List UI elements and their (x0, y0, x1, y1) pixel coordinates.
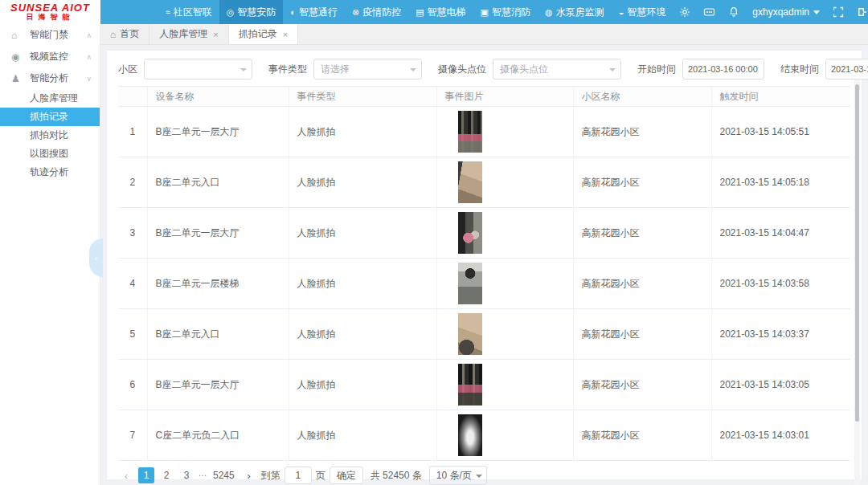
nav-item-label: 疫情防控 (362, 6, 401, 19)
page-button-2[interactable]: 2 (158, 467, 174, 483)
message-icon[interactable] (697, 0, 722, 24)
nav-item-5[interactable]: ▤智慧电梯 (408, 0, 473, 24)
user-menu[interactable]: gxhyxqadmin (746, 0, 826, 24)
close-icon[interactable]: × (283, 30, 288, 39)
column-header-触发时间: 触发时间 (711, 87, 850, 107)
event-snapshot-image[interactable] (458, 414, 482, 456)
tab-label: 抓拍记录 (239, 27, 277, 41)
table-row[interactable]: 1B座二单元一层大厅人脸抓拍高新花园小区2021-03-15 14:05:51 (118, 107, 850, 157)
nav-item-2[interactable]: ◎智慧安防 (219, 0, 284, 24)
event-type-cell: 人脸抓拍 (289, 107, 436, 157)
community-filter-label: 小区 (118, 63, 137, 76)
camera-select[interactable]: 摄像头点位 (493, 59, 621, 79)
chevron-down-icon (609, 68, 616, 71)
event-type-cell: 人脸抓拍 (289, 309, 436, 360)
scrollbar-thumb[interactable] (855, 84, 859, 422)
column-header-index (118, 87, 147, 107)
sidebar-item-抓拍记录[interactable]: 抓拍记录 (0, 108, 100, 126)
notification-bell-icon[interactable] (722, 0, 746, 24)
page-button-3[interactable]: 3 (178, 467, 194, 483)
next-page-button[interactable]: › (241, 470, 257, 482)
goto-page-input[interactable] (285, 467, 312, 484)
tab-抓拍记录[interactable]: 抓拍记录× (229, 24, 298, 44)
nav-item-4[interactable]: ⊗疫情防控 (345, 0, 408, 24)
fullscreen-icon[interactable] (826, 0, 850, 24)
nav-item-1[interactable]: ≈社区智联 (158, 0, 219, 24)
device-name-cell: B座二单元一层大厅 (147, 208, 289, 259)
event-type-select-value: 请选择 (321, 63, 350, 76)
column-header-事件类型: 事件类型 (289, 87, 436, 107)
nav-item-7[interactable]: ◍水泵房监测 (538, 0, 612, 24)
sidebar-item-抓拍对比[interactable]: 抓拍对比 (0, 126, 100, 145)
page-unit-label: 页 (316, 469, 326, 483)
event-snapshot-image[interactable] (458, 111, 482, 153)
community-name-cell: 高新花园小区 (573, 259, 711, 309)
event-snapshot-image[interactable] (458, 161, 482, 203)
device-name-cell: B座二单元入口 (147, 309, 289, 360)
page-button-5245[interactable]: 5245 (211, 467, 237, 483)
total-count-label: 共 52450 条 (371, 469, 422, 483)
device-name-cell: B座二单元一层大厅 (147, 107, 289, 157)
settings-gear-icon[interactable] (673, 0, 697, 24)
logout-icon[interactable] (850, 0, 868, 24)
event-snapshot-image[interactable] (458, 212, 482, 254)
sidebar-group-label: 智能门禁 (30, 28, 68, 42)
capture-table-wrap: 设备名称事件类型事件图片小区名称触发时间 1B座二单元一层大厅人脸抓拍高新花园小… (118, 86, 850, 461)
table-row[interactable]: 6B座二单元一层大厅人脸抓拍高新花园小区2021-03-15 14:03:05 (118, 360, 850, 410)
event-snapshot-image[interactable] (458, 364, 482, 406)
nav-item-label: 智慧环境 (627, 6, 665, 19)
sidebar-item-人脸库管理[interactable]: 人脸库管理 (0, 89, 100, 108)
row-index: 5 (118, 309, 147, 360)
sidebar-collapse-handle[interactable]: ‹ (89, 238, 103, 277)
close-icon[interactable]: × (213, 30, 218, 39)
camera-icon: ◉ (11, 51, 24, 63)
sidebar-group-3[interactable]: ♟智能分析∨ (0, 67, 100, 89)
nav-item-8[interactable]: ◒智慧环境 (612, 0, 674, 24)
end-time-label: 结束时间 (780, 63, 819, 76)
table-row[interactable]: 2B座二单元入口人脸抓拍高新花园小区2021-03-15 14:05:18 (118, 157, 850, 208)
event-type-cell: 人脸抓拍 (289, 360, 436, 410)
goto-confirm-button[interactable]: 确定 (330, 467, 363, 484)
nav-item-6[interactable]: ▣智慧消防 (473, 0, 538, 24)
epidemic-icon: ⊗ (352, 7, 359, 18)
chevron-down-icon (476, 475, 482, 478)
sidebar-item-轨迹分析[interactable]: 轨迹分析 (0, 163, 100, 181)
event-image-cell (436, 208, 573, 259)
sidebar-group-label: 智能分析 (30, 71, 68, 85)
row-index: 2 (118, 157, 147, 208)
device-name-cell: B座二单元一层大厅 (147, 360, 289, 410)
table-row[interactable]: 4B座二单元一层楼梯人脸抓拍高新花园小区2021-03-15 14:03:58 (118, 259, 850, 309)
nav-item-3[interactable]: ◐智慧通行 (283, 0, 345, 24)
event-snapshot-image[interactable] (458, 263, 482, 304)
door-icon: ⌂ (11, 30, 24, 41)
table-scrollbar[interactable] (854, 79, 860, 485)
trigger-time-cell: 2021-03-15 14:03:05 (711, 360, 850, 410)
sidebar-group-1[interactable]: ⌂智能门禁∧ (0, 24, 100, 46)
event-image-cell (436, 259, 573, 309)
capture-records-panel: 小区 事件类型 请选择 摄像头点位 摄像头点位 开始时间 结束时间 查询 (107, 51, 862, 479)
table-row[interactable]: 3B座二单元一层大厅人脸抓拍高新花园小区2021-03-15 14:04:47 (118, 208, 850, 259)
username: gxhyxqadmin (752, 6, 809, 18)
home-icon: ⌂ (110, 29, 116, 40)
page-button-1[interactable]: 1 (138, 467, 154, 483)
community-select[interactable] (144, 59, 252, 79)
end-time-input[interactable] (825, 59, 868, 79)
table-row[interactable]: 7C座二单元负二入口人脸抓拍高新花园小区2021-03-15 14:03:01 (118, 410, 850, 461)
capture-table: 设备名称事件类型事件图片小区名称触发时间 1B座二单元一层大厅人脸抓拍高新花园小… (118, 86, 850, 461)
table-row[interactable]: 5B座二单元入口人脸抓拍高新花园小区2021-03-15 14:03:37 (118, 309, 850, 360)
sidebar-group-2[interactable]: ◉视频监控∧ (0, 46, 100, 67)
tab-人脸库管理[interactable]: 人脸库管理× (149, 24, 228, 44)
event-snapshot-image[interactable] (458, 313, 482, 355)
filter-bar: 小区 事件类型 请选择 摄像头点位 摄像头点位 开始时间 结束时间 查询 (107, 51, 862, 86)
person-icon: ♟ (11, 73, 24, 84)
nav-item-label: 智慧通行 (299, 6, 338, 19)
prev-page-button[interactable]: ‹ (118, 470, 134, 482)
page-size-select[interactable]: 10 条/页 (429, 466, 487, 485)
column-header-事件图片: 事件图片 (436, 87, 573, 107)
sidebar-item-以图搜图[interactable]: 以图搜图 (0, 145, 100, 163)
event-type-select[interactable]: 请选择 (313, 59, 422, 79)
tab-首页[interactable]: ⌂首页 (100, 24, 149, 44)
event-image-cell (436, 157, 573, 208)
start-time-input[interactable] (682, 59, 764, 79)
event-type-cell: 人脸抓拍 (289, 259, 436, 309)
